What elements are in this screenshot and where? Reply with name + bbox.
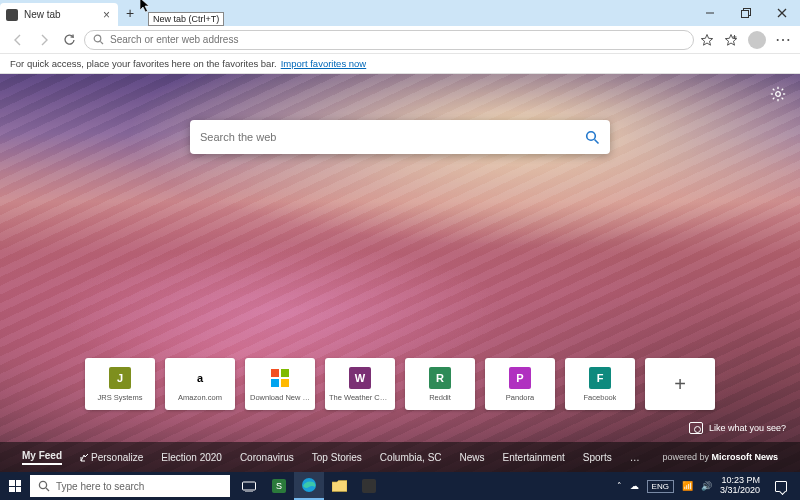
new-tab-button[interactable]: + bbox=[118, 0, 142, 26]
add-quick-link-button[interactable]: + bbox=[645, 358, 715, 410]
quick-link-tile[interactable]: WThe Weather Ch… bbox=[325, 358, 395, 410]
tray-volume-icon[interactable]: 🔊 bbox=[701, 481, 712, 491]
tray-chevron-up-icon[interactable]: ˄ bbox=[617, 481, 622, 491]
tile-label: Pandora bbox=[506, 393, 534, 402]
tile-icon: J bbox=[109, 367, 131, 389]
feed-nav-item[interactable]: My Feed bbox=[22, 450, 62, 465]
task-view-button[interactable] bbox=[234, 472, 264, 500]
feed-nav-item[interactable]: Sports bbox=[583, 452, 612, 463]
tile-icon: F bbox=[589, 367, 611, 389]
favorites-bar: For quick access, place your favorites h… bbox=[0, 54, 800, 74]
page-settings-gear-icon[interactable] bbox=[768, 84, 788, 104]
taskbar-edge-icon[interactable] bbox=[294, 472, 324, 500]
powered-by-label: powered by Microsoft News bbox=[662, 452, 778, 462]
svg-point-9 bbox=[776, 92, 781, 97]
window-controls bbox=[692, 0, 800, 26]
system-tray: ˄ ☁ ENG 📶 🔊 10:23 PM 3/31/2020 bbox=[611, 476, 800, 496]
plus-icon: + bbox=[674, 373, 686, 396]
back-button[interactable] bbox=[6, 28, 30, 52]
svg-point-24 bbox=[39, 481, 46, 488]
quick-link-tile[interactable]: PPandora bbox=[485, 358, 555, 410]
taskbar-apps: S bbox=[234, 472, 384, 500]
notification-icon bbox=[775, 481, 787, 492]
tray-onedrive-icon[interactable]: ☁ bbox=[630, 481, 639, 491]
windows-taskbar: Type here to search S ˄ ☁ ENG 📶 🔊 10:23 … bbox=[0, 472, 800, 500]
like-what-you-see[interactable]: Like what you see? bbox=[689, 422, 786, 434]
quick-link-tile[interactable]: JJRS Systems bbox=[85, 358, 155, 410]
svg-rect-21 bbox=[281, 369, 289, 377]
feed-nav-item[interactable]: Coronavirus bbox=[240, 452, 294, 463]
quick-link-tile[interactable]: aAmazon.com bbox=[165, 358, 235, 410]
tile-label: Facebook bbox=[584, 393, 617, 402]
window-minimize-button[interactable] bbox=[692, 0, 728, 26]
favorites-add-icon[interactable] bbox=[720, 29, 742, 51]
more-menu-button[interactable]: ⋯ bbox=[772, 29, 794, 51]
taskbar-search-placeholder: Type here to search bbox=[56, 481, 144, 492]
search-icon bbox=[93, 34, 104, 45]
svg-point-18 bbox=[587, 131, 596, 140]
clock-date: 3/31/2020 bbox=[720, 486, 760, 496]
window-titlebar: New tab × + New tab (Ctrl+T) bbox=[0, 0, 800, 26]
profile-avatar[interactable] bbox=[748, 31, 766, 49]
windows-logo-icon bbox=[9, 480, 21, 492]
svg-point-5 bbox=[94, 35, 101, 42]
browser-tab[interactable]: New tab × bbox=[0, 3, 118, 26]
hero-search-icon[interactable] bbox=[585, 130, 600, 145]
hero-search-box[interactable] bbox=[190, 120, 610, 154]
quick-link-tile[interactable]: Download New … bbox=[245, 358, 315, 410]
feed-nav-item[interactable]: Columbia, SC bbox=[380, 452, 442, 463]
svg-rect-26 bbox=[243, 482, 256, 490]
tab-title: New tab bbox=[24, 9, 101, 20]
tile-icon: W bbox=[349, 367, 371, 389]
refresh-button[interactable] bbox=[58, 28, 82, 52]
tab-close-icon[interactable]: × bbox=[101, 8, 112, 22]
url-input[interactable] bbox=[110, 34, 685, 45]
feed-nav-item[interactable]: News bbox=[460, 452, 485, 463]
svg-line-19 bbox=[595, 139, 599, 143]
tile-icon: R bbox=[429, 367, 451, 389]
like-label: Like what you see? bbox=[709, 423, 786, 433]
feed-nav-item[interactable]: Personalize bbox=[80, 452, 143, 463]
tray-language[interactable]: ENG bbox=[647, 480, 674, 493]
feed-nav-item[interactable]: Entertainment bbox=[503, 452, 565, 463]
favorite-star-icon[interactable] bbox=[696, 29, 718, 51]
taskbar-app-1[interactable]: S bbox=[264, 472, 294, 500]
new-tab-page: JJRS SystemsaAmazon.comDownload New …WTh… bbox=[0, 74, 800, 472]
svg-rect-23 bbox=[281, 379, 289, 387]
hero-search-input[interactable] bbox=[200, 131, 585, 143]
tile-label: JRS Systems bbox=[97, 393, 142, 402]
svg-line-14 bbox=[773, 89, 775, 91]
tray-network-icon[interactable]: 📶 bbox=[682, 481, 693, 491]
tab-favicon bbox=[6, 9, 18, 21]
url-field[interactable] bbox=[84, 30, 694, 50]
feed-nav-item[interactable]: Top Stories bbox=[312, 452, 362, 463]
action-center-button[interactable] bbox=[768, 481, 794, 492]
quick-link-tile[interactable]: FFacebook bbox=[565, 358, 635, 410]
feed-nav-item[interactable]: … bbox=[630, 452, 640, 463]
start-button[interactable] bbox=[0, 472, 30, 500]
tile-label: Amazon.com bbox=[178, 393, 222, 402]
tile-label: The Weather Ch… bbox=[329, 393, 391, 402]
taskbar-search-box[interactable]: Type here to search bbox=[30, 475, 230, 497]
tile-icon: a bbox=[189, 367, 211, 389]
quick-link-tile[interactable]: RReddit bbox=[405, 358, 475, 410]
svg-line-17 bbox=[773, 98, 775, 100]
feed-nav-item[interactable]: Election 2020 bbox=[161, 452, 222, 463]
tile-icon: P bbox=[509, 367, 531, 389]
new-tab-tooltip: New tab (Ctrl+T) bbox=[148, 12, 224, 26]
favorites-hint-text: For quick access, place your favorites h… bbox=[10, 58, 277, 69]
svg-line-25 bbox=[46, 488, 49, 491]
window-restore-button[interactable] bbox=[728, 0, 764, 26]
taskbar-clock[interactable]: 10:23 PM 3/31/2020 bbox=[720, 476, 760, 496]
camera-icon bbox=[689, 422, 703, 434]
tile-label: Reddit bbox=[429, 393, 451, 402]
forward-button[interactable] bbox=[32, 28, 56, 52]
tile-label: Download New … bbox=[250, 393, 310, 402]
svg-rect-20 bbox=[271, 369, 279, 377]
import-favorites-link[interactable]: Import favorites now bbox=[281, 58, 367, 69]
taskbar-explorer-icon[interactable] bbox=[324, 472, 354, 500]
address-bar: ⋯ bbox=[0, 26, 800, 54]
window-close-button[interactable] bbox=[764, 0, 800, 26]
quick-links-row: JJRS SystemsaAmazon.comDownload New …WTh… bbox=[85, 358, 715, 410]
taskbar-app-2[interactable] bbox=[354, 472, 384, 500]
